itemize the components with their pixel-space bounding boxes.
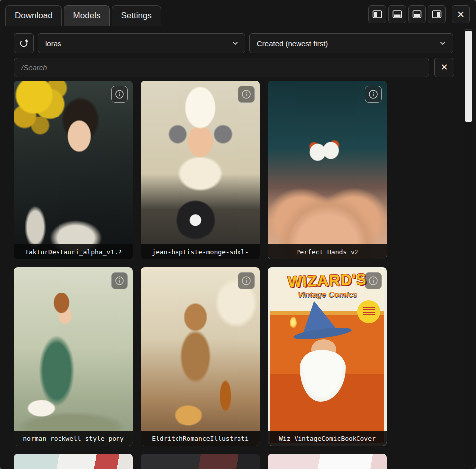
model-image <box>14 81 133 259</box>
model-image <box>268 454 387 469</box>
info-icon <box>241 89 251 99</box>
model-card-partial[interactable] <box>141 454 260 469</box>
sort-value: Created (newest first) <box>257 39 328 48</box>
model-title: EldritchRomanceIllustrati <box>141 431 260 446</box>
model-image <box>14 454 133 469</box>
close-button[interactable]: ✕ <box>452 5 470 23</box>
info-button[interactable] <box>365 272 382 289</box>
info-button[interactable] <box>238 86 255 103</box>
model-title: TakturDesTauri_alpha_v1.2 <box>14 244 133 259</box>
model-card[interactable]: Perfect Hands v2 <box>268 81 387 259</box>
model-title: jean-baptiste-monge-sdxl- <box>141 244 260 259</box>
model-type-select[interactable]: loras <box>38 33 245 53</box>
model-card-partial[interactable] <box>268 454 387 469</box>
tab-bar: Download Models Settings ✕ <box>0 0 476 26</box>
dock-left-icon <box>372 10 382 19</box>
sort-select[interactable]: Created (newest first) <box>249 33 453 53</box>
wizard-hat <box>298 298 336 335</box>
tab-list: Download Models Settings <box>5 5 161 26</box>
comic-cover-subtitle: Vintage Comics <box>270 291 384 299</box>
tab-models[interactable]: Models <box>64 5 110 26</box>
model-image <box>268 81 387 259</box>
refresh-button[interactable] <box>14 33 34 53</box>
info-icon <box>241 276 251 286</box>
dock-bottom-icon <box>392 10 402 19</box>
model-image <box>141 454 260 469</box>
chevron-down-icon <box>232 41 238 45</box>
model-card[interactable]: norman_rockwell_style_pony <box>14 267 133 446</box>
model-title: Perfect Hands v2 <box>268 244 387 259</box>
scrollbar-thumb[interactable] <box>465 31 472 122</box>
model-card[interactable]: EldritchRomanceIllustrati <box>141 267 260 446</box>
chevron-down-icon <box>440 41 446 45</box>
scrollbar[interactable] <box>464 29 473 466</box>
dock-right-icon <box>432 10 442 19</box>
tab-download[interactable]: Download <box>5 5 62 26</box>
info-icon <box>115 276 124 286</box>
window: Download Models Settings ✕ <box>0 0 476 469</box>
model-image: WIZARD'S Vintage Comics <box>268 267 387 446</box>
model-title: norman_rockwell_style_pony <box>14 431 133 446</box>
model-image <box>141 81 260 259</box>
model-image <box>141 267 260 446</box>
clear-search-button[interactable]: ✕ <box>434 58 454 77</box>
model-card[interactable]: WIZARD'S Vintage Comics Wiz-VintageComic… <box>268 267 387 446</box>
dock-left-button[interactable] <box>368 5 386 23</box>
model-title: Wiz-VintageComicBookCover <box>268 431 387 446</box>
dock-bottom-large-button[interactable] <box>408 5 426 23</box>
dock-bottom-large-icon <box>412 10 422 19</box>
toolbar: loras Created (newest first) <box>14 33 453 53</box>
wizard-beard <box>300 350 346 402</box>
window-controls: ✕ <box>368 5 470 23</box>
model-card-partial[interactable] <box>14 454 133 469</box>
model-grid: TakturDesTauri_alpha_v1.2 jean-baptiste-… <box>14 81 387 469</box>
dock-right-button[interactable] <box>428 5 446 23</box>
model-card[interactable]: jean-baptiste-monge-sdxl- <box>141 81 260 259</box>
info-button[interactable] <box>111 272 128 289</box>
info-icon <box>368 276 378 286</box>
dock-bottom-button[interactable] <box>388 5 406 23</box>
model-type-value: loras <box>45 39 61 48</box>
model-image <box>14 267 133 446</box>
info-button[interactable] <box>111 86 128 103</box>
search-input[interactable] <box>14 58 429 77</box>
info-icon <box>368 89 378 99</box>
flame <box>290 317 297 328</box>
comic-badge <box>357 300 380 323</box>
info-icon <box>115 89 124 99</box>
info-button[interactable] <box>365 86 382 103</box>
tab-settings[interactable]: Settings <box>112 5 161 26</box>
search-row: ✕ <box>14 58 454 77</box>
model-card[interactable]: TakturDesTauri_alpha_v1.2 <box>14 81 133 259</box>
info-button[interactable] <box>238 272 255 289</box>
refresh-icon <box>18 38 29 49</box>
